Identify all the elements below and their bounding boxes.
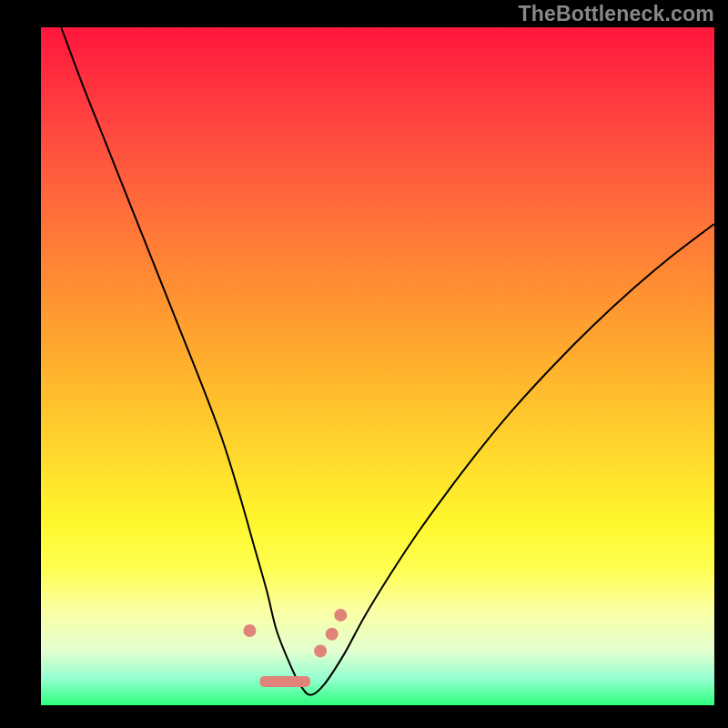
data-point (314, 644, 327, 657)
chart-container: TheBottleneck.com (0, 0, 728, 728)
data-point (334, 609, 347, 622)
watermark-text: TheBottleneck.com (518, 2, 714, 26)
plot-area (41, 27, 714, 705)
data-points (243, 609, 347, 657)
data-point (243, 624, 256, 637)
curve-path (61, 27, 714, 695)
plot-svg (41, 27, 714, 705)
flat-segment (260, 676, 311, 687)
data-point (326, 628, 339, 641)
